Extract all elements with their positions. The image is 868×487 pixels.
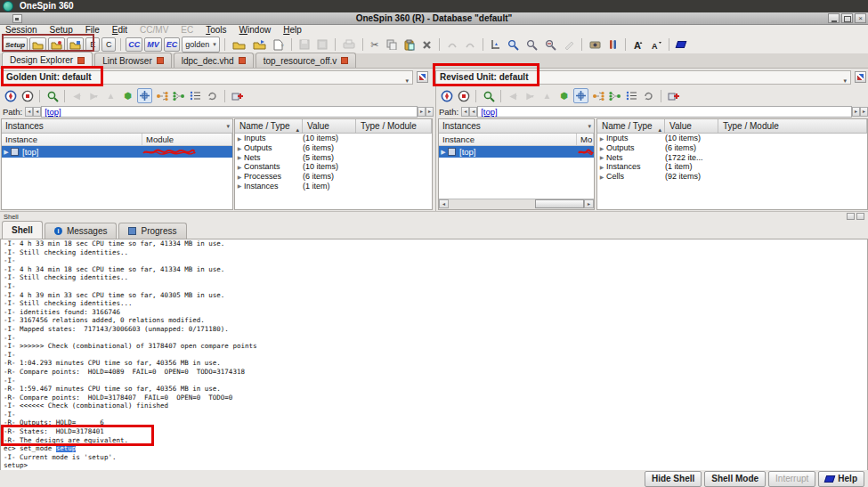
up-button[interactable]: ▲ (103, 88, 118, 103)
cc-mode-button[interactable]: CC (126, 37, 142, 52)
load-both-button[interactable] (67, 37, 84, 52)
shell-tab-progress[interactable]: Progress (118, 223, 186, 239)
ec-mode-button[interactable]: EC (164, 37, 181, 52)
save-all-button[interactable] (314, 37, 330, 52)
font-decrease-button[interactable]: A (648, 37, 664, 52)
undo-button[interactable] (444, 37, 460, 52)
tab-close-icon[interactable] (341, 57, 348, 64)
waveform-button[interactable] (488, 37, 503, 52)
tab-close-icon[interactable] (157, 57, 164, 64)
load-revised-button[interactable] (48, 37, 65, 52)
expander-icon[interactable]: ▶ (597, 145, 606, 151)
shell-mode-button[interactable]: Shell Mode (704, 471, 766, 487)
reload-file-button[interactable] (250, 37, 269, 52)
tools-button[interactable] (605, 37, 621, 52)
load-golden-button[interactable] (29, 37, 46, 52)
path-field[interactable]: [top] (41, 106, 418, 118)
view-compass-button[interactable] (3, 88, 18, 103)
print-button[interactable] (340, 37, 358, 52)
collapse-children-button[interactable] (607, 88, 622, 103)
back-button[interactable]: ◀▾ (69, 88, 85, 103)
close-button[interactable]: × (855, 13, 866, 23)
menu-setup[interactable]: Setup (50, 25, 73, 36)
path-back-button[interactable]: ◂ (469, 107, 477, 117)
hide-shell-button[interactable]: Hide Shell (645, 471, 702, 487)
instance-row-top[interactable]: ▶ [top] (2, 146, 232, 158)
tab-design-explorer[interactable]: Design Explorer (2, 52, 93, 68)
instance-column[interactable]: Instance (2, 134, 142, 145)
tab-lint-browser[interactable]: Lint Browser (94, 53, 172, 68)
scrollbar-thumb[interactable] (535, 199, 584, 208)
tab-close-icon[interactable] (239, 57, 246, 64)
props-row-nets[interactable]: ▶Nets(5 items) (235, 152, 432, 162)
expander-icon[interactable]: ▶ (597, 174, 606, 180)
expander-icon[interactable]: ▶ (439, 149, 448, 156)
shell-tab-messages[interactable]: iMessages (45, 223, 118, 239)
font-increase-button[interactable]: A (630, 37, 646, 52)
tab-top-resource-off-v[interactable]: top_resource_off.v (256, 53, 357, 68)
props-row-instances[interactable]: ▶Instances(1 item) (235, 181, 432, 191)
up-button[interactable]: ▲ (539, 88, 555, 103)
instances-table-header[interactable]: Instances▾ (439, 119, 594, 134)
instance-row-top[interactable]: ▶ [top] (439, 146, 594, 158)
delete-button[interactable] (419, 37, 434, 52)
cut-button[interactable]: ✂ (368, 37, 382, 52)
unit-mode-select[interactable]: golden▾ (182, 37, 220, 53)
help-button[interactable]: Help (818, 471, 864, 487)
paste-button[interactable] (402, 37, 418, 52)
path-back-button[interactable]: ◂ (33, 107, 41, 117)
expander-icon[interactable]: ▶ (235, 164, 244, 170)
shell-output[interactable]: -I- 4 h 33 min 18 sec CPU time so far, 4… (0, 239, 868, 471)
path-forward-button[interactable]: ▸ (418, 107, 426, 117)
props-row-instances[interactable]: ▶Instances(1 item) (597, 162, 867, 172)
forward-button[interactable]: ▶▾ (86, 88, 101, 103)
props-row-constants[interactable]: ▶Constants(10 items) (235, 162, 432, 172)
expander-icon[interactable]: ▶ (235, 174, 244, 180)
props-row-outputs[interactable]: ▶Outputs(6 items) (235, 143, 432, 153)
props-row-cells[interactable]: ▶Cells(92 items) (597, 172, 867, 182)
bookmark-record-button[interactable] (20, 88, 35, 103)
expand-children-button[interactable] (590, 88, 605, 103)
path-field[interactable]: [top] (477, 106, 852, 118)
scrollbar-track[interactable] (449, 199, 584, 209)
instance-column[interactable]: Instance (439, 134, 577, 145)
value-column[interactable]: Value (665, 119, 718, 133)
menu-file[interactable]: File (85, 25, 100, 36)
crosshair-toggle[interactable] (137, 88, 152, 103)
golden-unit-picker-button[interactable] (417, 71, 428, 83)
bookmark-record-button[interactable] (456, 88, 471, 103)
props-row-nets[interactable]: ▶Nets(1722 ite... (597, 152, 867, 162)
menu-session[interactable]: Session (5, 25, 37, 36)
expander-icon[interactable]: ▶ (597, 164, 606, 170)
dock-panel-button[interactable] (856, 213, 864, 220)
props-row-outputs[interactable]: ▶Outputs(6 items) (597, 143, 867, 153)
path-forward-button[interactable]: ▸ (852, 107, 860, 117)
props-row-inputs[interactable]: ▶Inputs(10 items) (235, 134, 432, 143)
menu-ec[interactable]: EC (181, 25, 193, 36)
minimize-button[interactable] (828, 13, 840, 23)
forward-button[interactable]: ▶▾ (523, 88, 538, 103)
expander-icon[interactable]: ▶ (2, 149, 11, 156)
expand-children-button[interactable] (154, 88, 169, 103)
expander-icon[interactable]: ▶ (597, 154, 606, 160)
c-button[interactable]: C (101, 37, 116, 52)
maximize-button[interactable] (841, 13, 853, 23)
add-compare-point-button[interactable] (666, 88, 681, 103)
tab-close-icon[interactable] (77, 57, 85, 64)
revised-unit-select[interactable]: Revised Unit: default ▾ (435, 70, 851, 85)
path-forward-button[interactable]: ▸ (426, 107, 434, 117)
path-top-link[interactable]: [top] (481, 107, 498, 117)
expander-icon[interactable]: ▶ (597, 135, 606, 142)
sync-button[interactable] (641, 88, 656, 103)
e-button[interactable]: E (85, 37, 100, 52)
zoom-fit-button[interactable] (542, 37, 559, 52)
horizontal-scrollbar[interactable]: ◂ ▸ (439, 199, 594, 209)
save-button[interactable] (296, 37, 312, 52)
type-module-column[interactable]: Type / Module (718, 119, 867, 133)
golden-unit-select[interactable]: Golden Unit: default ▾ (2, 70, 413, 85)
path-back-button[interactable]: ◂ (25, 107, 33, 117)
type-module-column[interactable]: Type / Module (356, 119, 432, 133)
sync-button[interactable] (205, 88, 220, 103)
interrupt-button[interactable]: Interrupt (768, 471, 815, 487)
instances-table-header[interactable]: Instances▾ (2, 119, 232, 134)
